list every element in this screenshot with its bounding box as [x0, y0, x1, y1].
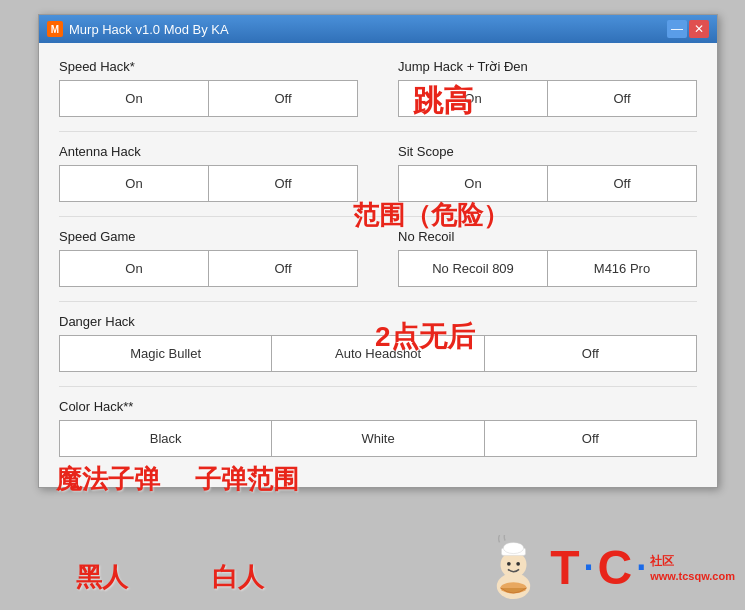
watermark-dot1: ·: [584, 547, 594, 589]
svg-point-1: [501, 552, 527, 578]
sit-scope-off-button[interactable]: Off: [548, 166, 696, 201]
row-1: Speed Hack* On Off Jump Hack + Trời Đen …: [59, 59, 697, 117]
no-recoil-section: No Recoil No Recoil 809 M416 Pro: [398, 229, 697, 287]
watermark-dot2: ·: [636, 547, 646, 589]
color-hack-buttons: Black White Off: [59, 420, 697, 457]
antenna-hack-off-button[interactable]: Off: [209, 166, 357, 201]
speed-hack-on-button[interactable]: On: [60, 81, 209, 116]
svg-point-3: [503, 542, 523, 553]
watermark-url: www.tcsqw.com: [650, 570, 735, 582]
sit-scope-on-button[interactable]: On: [399, 166, 548, 201]
svg-point-6: [501, 582, 527, 593]
antenna-hack-section: Antenna Hack On Off: [59, 144, 358, 202]
black-button[interactable]: Black: [60, 421, 272, 456]
color-hack-section: Color Hack** Black White Off: [59, 399, 697, 457]
white-button[interactable]: White: [272, 421, 484, 456]
danger-hack-section: Danger Hack Magic Bullet Auto Headshot O…: [59, 314, 697, 372]
antenna-hack-on-button[interactable]: On: [60, 166, 209, 201]
main-window: M Murp Hack v1.0 Mod By KA — ✕ Speed Hac…: [38, 14, 718, 488]
sit-scope-label: Sit Scope: [398, 144, 697, 159]
jump-hack-buttons: On Off: [398, 80, 697, 117]
svg-point-0: [497, 573, 530, 599]
title-bar-left: M Murp Hack v1.0 Mod By KA: [47, 21, 229, 37]
sit-scope-section: Sit Scope On Off: [398, 144, 697, 202]
white-cn-overlay: 白人: [212, 560, 264, 595]
watermark-T: T: [550, 544, 579, 592]
app-icon: M: [47, 21, 63, 37]
svg-point-5: [516, 562, 520, 566]
svg-rect-2: [502, 548, 526, 555]
no-recoil-809-button[interactable]: No Recoil 809: [399, 251, 548, 286]
jump-hack-off-button[interactable]: Off: [548, 81, 696, 116]
black-cn-overlay: 黑人: [76, 560, 128, 595]
speed-game-on-button[interactable]: On: [60, 251, 209, 286]
watermark-community: 社区: [650, 553, 735, 570]
divider-1: [59, 131, 697, 132]
sit-scope-buttons: On Off: [398, 165, 697, 202]
speed-game-label: Speed Game: [59, 229, 358, 244]
danger-hack-label: Danger Hack: [59, 314, 697, 329]
speed-hack-off-button[interactable]: Off: [209, 81, 357, 116]
speed-hack-section: Speed Hack* On Off: [59, 59, 358, 117]
jump-hack-section: Jump Hack + Trời Đen On Off: [398, 59, 697, 117]
no-recoil-m416-button[interactable]: M416 Pro: [548, 251, 696, 286]
row-3: Speed Game On Off No Recoil No Recoil 80…: [59, 229, 697, 287]
speed-hack-label: Speed Hack*: [59, 59, 358, 74]
window-title: Murp Hack v1.0 Mod By KA: [69, 22, 229, 37]
minimize-button[interactable]: —: [667, 20, 687, 38]
magic-bullet-button[interactable]: Magic Bullet: [60, 336, 272, 371]
antenna-hack-buttons: On Off: [59, 165, 358, 202]
divider-3: [59, 301, 697, 302]
auto-headshot-button[interactable]: Auto Headshot: [272, 336, 484, 371]
close-button[interactable]: ✕: [689, 20, 709, 38]
speed-game-off-button[interactable]: Off: [209, 251, 357, 286]
divider-2: [59, 216, 697, 217]
speed-game-buttons: On Off: [59, 250, 358, 287]
watermark-C: C: [598, 544, 633, 592]
color-hack-label: Color Hack**: [59, 399, 697, 414]
color-hack-off-button[interactable]: Off: [485, 421, 696, 456]
divider-4: [59, 386, 697, 387]
title-bar: M Murp Hack v1.0 Mod By KA — ✕: [39, 15, 717, 43]
no-recoil-label: No Recoil: [398, 229, 697, 244]
title-controls: — ✕: [667, 20, 709, 38]
antenna-hack-label: Antenna Hack: [59, 144, 358, 159]
chef-icon: [481, 535, 546, 600]
watermark: T · C · 社区 www.tcsqw.com: [481, 535, 735, 600]
danger-hack-off-button[interactable]: Off: [485, 336, 696, 371]
jump-hack-label: Jump Hack + Trời Đen: [398, 59, 697, 74]
speed-hack-buttons: On Off: [59, 80, 358, 117]
jump-hack-on-button[interactable]: On: [399, 81, 548, 116]
watermark-sub-block: 社区 www.tcsqw.com: [650, 553, 735, 582]
no-recoil-buttons: No Recoil 809 M416 Pro: [398, 250, 697, 287]
danger-hack-buttons: Magic Bullet Auto Headshot Off: [59, 335, 697, 372]
svg-point-4: [507, 562, 511, 566]
window-content: Speed Hack* On Off Jump Hack + Trời Đen …: [39, 43, 717, 487]
speed-game-section: Speed Game On Off: [59, 229, 358, 287]
row-2: Antenna Hack On Off Sit Scope On Off: [59, 144, 697, 202]
